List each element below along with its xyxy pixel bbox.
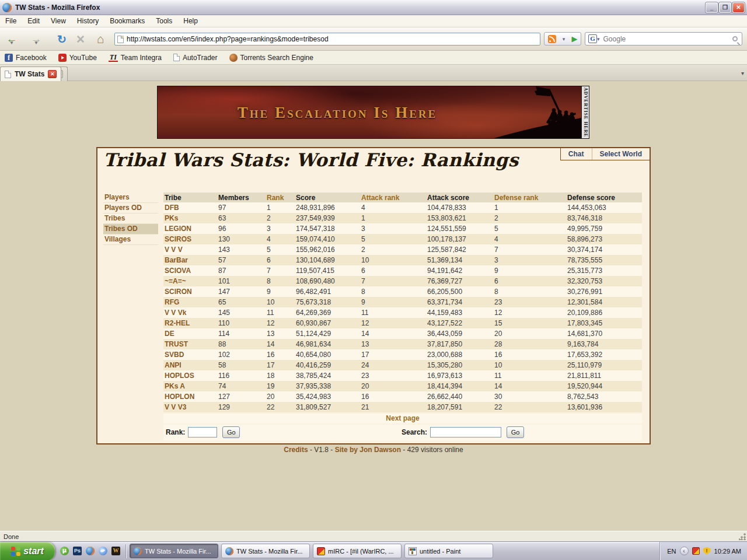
url-input[interactable] — [127, 35, 540, 43]
menu-item[interactable]: View — [51, 17, 66, 25]
tribe-link[interactable]: V V V3 — [163, 402, 217, 412]
task-button[interactable]: untitled - Paint — [404, 544, 493, 558]
bookmark-item[interactable]: YouTube — [58, 54, 97, 62]
menu-item[interactable]: Bookmarks — [110, 17, 145, 25]
tribe-link[interactable]: ~=A=~ — [163, 276, 217, 286]
select-world-link[interactable]: Select World — [592, 148, 650, 160]
mirc-tray-icon[interactable] — [692, 547, 700, 555]
search-magnifier-icon[interactable] — [732, 36, 738, 41]
tribe-link[interactable]: ANPI — [163, 360, 217, 370]
tribe-link[interactable]: SVBD — [163, 349, 217, 360]
security-shield-icon[interactable] — [703, 547, 711, 555]
tribe-search-input[interactable] — [430, 427, 501, 438]
home-button[interactable]: ⌂ — [92, 31, 109, 47]
tribe-link[interactable]: SCIROS — [163, 234, 217, 244]
credits-link[interactable]: Credits — [284, 446, 308, 454]
google-logo-icon[interactable]: G — [588, 34, 597, 43]
bookmark-item[interactable]: Team Integra — [109, 54, 162, 62]
back-button[interactable]: ←▾ — [4, 31, 20, 47]
forward-button[interactable]: →▾ — [28, 31, 44, 47]
tribe-link[interactable]: SCIRON — [163, 286, 217, 297]
column-header[interactable]: Members — [217, 192, 266, 202]
menu-item[interactable]: History — [77, 17, 99, 25]
search-engine-dropdown-icon[interactable]: ▾ — [597, 36, 600, 42]
stop-button[interactable]: ✕ — [72, 31, 89, 47]
bookmark-item[interactable]: AutoTrader — [173, 54, 218, 62]
language-indicator[interactable]: EN — [667, 548, 676, 555]
score-cell: 51,124,429 — [295, 328, 360, 339]
menu-item[interactable]: Edit — [27, 17, 40, 25]
go-arrow-icon[interactable]: ▶ — [571, 34, 577, 43]
sidebar-item[interactable]: Players OD — [103, 203, 158, 214]
column-header[interactable]: Defense rank — [493, 192, 566, 202]
close-button[interactable]: ✕ — [732, 2, 745, 13]
tribe-link[interactable]: V V V — [163, 244, 217, 255]
rank-input[interactable] — [188, 427, 217, 438]
menu-item[interactable]: Help — [183, 17, 198, 25]
task-button[interactable]: TW Stats - Mozilla Fir... — [221, 544, 310, 558]
photoshop-icon[interactable] — [73, 547, 82, 555]
attack-rank-cell: 21 — [360, 402, 426, 412]
tribe-link[interactable]: PKs A — [163, 381, 217, 391]
restore-button[interactable]: ❐ — [719, 2, 731, 13]
tribe-link[interactable]: RFG — [163, 297, 217, 307]
wow-icon[interactable] — [111, 547, 120, 555]
column-header[interactable]: Tribe — [163, 192, 217, 202]
bookmark-item[interactable]: Facebook — [5, 54, 47, 62]
task-button[interactable]: mIRC - [#il (WarIRC, ... — [313, 544, 402, 558]
firefox-icon[interactable] — [86, 547, 95, 555]
resize-grip[interactable] — [739, 533, 746, 540]
task-button[interactable]: TW Stats - Mozilla Fir... — [130, 544, 218, 558]
minimize-button[interactable]: _ — [706, 2, 718, 13]
sidebar-item[interactable]: Players — [103, 192, 158, 203]
address-bar[interactable] — [114, 33, 540, 46]
tab-close-icon[interactable]: ✕ — [48, 70, 57, 78]
tribe-link[interactable]: V V Vk — [163, 307, 217, 318]
score-cell: 38,785,424 — [295, 370, 360, 381]
next-page-link[interactable]: Next page — [163, 414, 642, 424]
rank-cell: 20 — [266, 391, 295, 402]
sidebar-item[interactable]: Villages — [103, 235, 158, 245]
web-search-input[interactable] — [603, 35, 732, 43]
tribe-link[interactable]: LEGION — [163, 223, 217, 234]
browser-tab[interactable]: TW Stats ✕ — [0, 66, 61, 81]
tribe-link[interactable]: DE — [163, 328, 217, 339]
forward-dropdown-icon[interactable]: ▾ — [35, 40, 38, 46]
column-header[interactable]: Attack score — [426, 192, 493, 202]
menu-item[interactable]: File — [5, 17, 16, 25]
back-dropdown-icon[interactable]: ▾ — [11, 40, 13, 46]
defense-score-cell: 58,896,273 — [566, 234, 642, 244]
chat-link[interactable]: Chat — [561, 148, 592, 160]
tray-chevron-icon[interactable]: ‹ — [680, 547, 689, 555]
column-header[interactable]: Rank — [266, 192, 295, 202]
tribe-link[interactable]: TRUST — [163, 339, 217, 349]
sidebar-item[interactable]: Tribes — [103, 214, 158, 224]
sidebar-item[interactable]: Tribes OD — [103, 224, 158, 235]
advertisement-banner[interactable]: The Escalation Is Here ADVERTISE HERE — [157, 86, 589, 139]
tribe-link[interactable]: DFB — [163, 202, 217, 213]
tribe-link[interactable]: HOPLOS — [163, 370, 217, 381]
tribe-link[interactable]: BarBar — [163, 255, 217, 265]
start-button[interactable]: start — [0, 542, 55, 560]
menu-item[interactable]: Tools — [156, 17, 172, 25]
banner-artwork[interactable]: The Escalation Is Here — [158, 86, 581, 138]
messenger-icon[interactable] — [99, 547, 107, 555]
site-by-link[interactable]: Site by Jon Dawson — [335, 446, 401, 454]
tab-list-dropdown-icon[interactable]: ▾ — [741, 70, 744, 76]
tribe-link[interactable]: SCIOVA — [163, 265, 217, 276]
advertise-here-strip[interactable]: ADVERTISE HERE — [581, 86, 589, 138]
search-go-button[interactable]: Go — [507, 426, 524, 438]
column-header[interactable]: Score — [295, 192, 360, 202]
tribe-link[interactable]: PKs — [163, 213, 217, 223]
utorrent-icon[interactable] — [60, 547, 69, 555]
column-header[interactable]: Attack rank — [360, 192, 426, 202]
search-bar[interactable]: G ▾ — [585, 32, 742, 46]
feed-dropdown-icon[interactable]: ▾ — [563, 36, 566, 42]
tribe-link[interactable]: R2-HEL — [163, 318, 217, 328]
bookmark-item[interactable]: Torrents Search Engine — [229, 54, 313, 62]
reload-button[interactable]: ↻ — [54, 31, 70, 47]
column-header[interactable]: Defense score — [566, 192, 642, 202]
tribe-link[interactable]: HOPLON — [163, 391, 217, 402]
rss-icon[interactable] — [548, 35, 556, 43]
rank-go-button[interactable]: Go — [222, 426, 240, 438]
